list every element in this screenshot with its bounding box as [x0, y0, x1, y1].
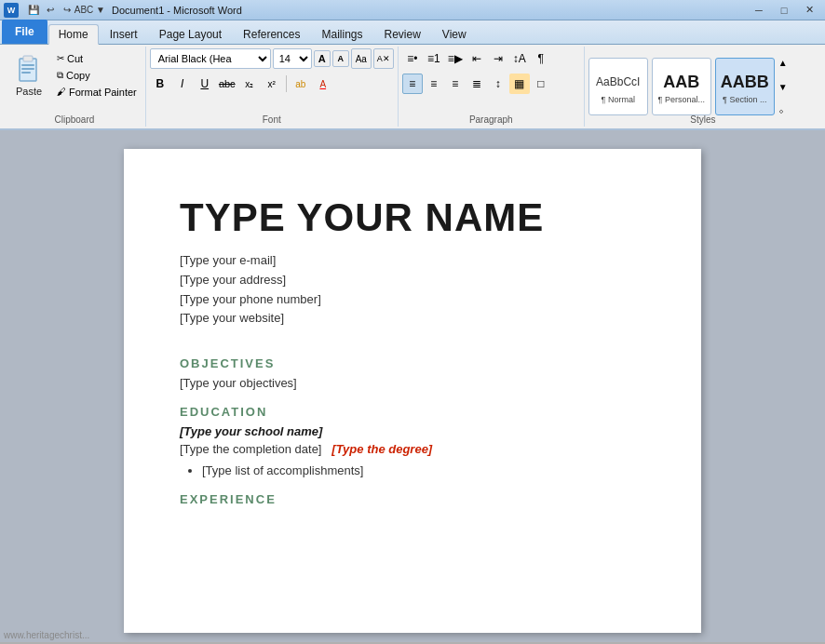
- style-personal[interactable]: AAB ¶ Personal...: [652, 58, 711, 115]
- resume-contact: [Type your e-mail] [Type your address] […: [180, 251, 645, 329]
- save-qa-button[interactable]: 💾: [26, 3, 41, 18]
- format-painter-label: Format Painter: [69, 87, 137, 98]
- contact-website: [Type your website]: [180, 309, 645, 329]
- styles-down-button[interactable]: ▼: [778, 82, 788, 92]
- copy-button[interactable]: ⧉ Copy: [52, 67, 142, 83]
- bullets-button[interactable]: ≡•: [402, 48, 423, 69]
- style-personal-preview: AAB: [663, 69, 699, 95]
- cut-icon: ✂: [57, 53, 64, 63]
- objectives-title: OBJECTIVES: [180, 356, 645, 370]
- sort-button[interactable]: ↕A: [509, 48, 530, 69]
- clear-formatting-button[interactable]: A✕: [373, 48, 394, 69]
- line-spacing-button[interactable]: ↕: [488, 74, 508, 94]
- bold-button[interactable]: B: [150, 74, 170, 94]
- font-color-button[interactable]: A: [313, 74, 333, 94]
- copy-label: Copy: [66, 70, 90, 81]
- borders-button[interactable]: □: [531, 74, 551, 94]
- undo-qa-button[interactable]: ↩: [43, 3, 58, 18]
- numbering-button[interactable]: ≡1: [424, 48, 444, 69]
- format-painter-icon: 🖌: [57, 87, 66, 97]
- text-highlight-button[interactable]: ab: [291, 74, 311, 94]
- tab-insert[interactable]: Insert: [100, 23, 148, 44]
- tab-home[interactable]: Home: [48, 24, 99, 45]
- font-divider: [286, 75, 287, 92]
- maximize-button[interactable]: □: [772, 2, 796, 19]
- decrease-font-size-button[interactable]: A: [332, 50, 349, 67]
- quick-access-toolbar: 💾 ↩ ↪ ABC ▼: [26, 3, 108, 18]
- tab-references[interactable]: References: [233, 23, 310, 44]
- font-group: Arial Black (Hea 14 A A Aa A✕ B I U abc …: [146, 47, 399, 127]
- degree-text: [Type the degree]: [331, 442, 432, 456]
- cut-button[interactable]: ✂ Cut: [52, 50, 142, 66]
- font-label: Font: [146, 114, 398, 125]
- style-personal-label: ¶ Personal...: [658, 95, 705, 104]
- align-left-button[interactable]: ≡: [402, 74, 423, 94]
- paragraph-label: Paragraph: [399, 114, 584, 125]
- tab-view[interactable]: View: [432, 23, 477, 44]
- window-title: Document1 - Microsoft Word: [112, 5, 242, 16]
- accomplishments-list: [Type list of accomplishments]: [202, 463, 645, 477]
- tab-file[interactable]: File: [2, 20, 47, 44]
- tab-mailings[interactable]: Mailings: [311, 23, 372, 44]
- italic-button[interactable]: I: [172, 74, 193, 94]
- cut-label: Cut: [67, 53, 83, 64]
- styles-label: Styles: [585, 114, 821, 125]
- minimize-button[interactable]: ─: [747, 2, 771, 19]
- ribbon-tabs: File Home Insert Page Layout References …: [0, 20, 825, 45]
- spelling-qa-button[interactable]: ABC: [76, 3, 91, 18]
- styles-up-button[interactable]: ▲: [778, 58, 788, 68]
- shading-button[interactable]: ▦: [509, 74, 530, 94]
- align-center-button[interactable]: ≡: [424, 74, 444, 94]
- decrease-indent-button[interactable]: ⇤: [467, 48, 487, 69]
- paste-label: Paste: [16, 86, 42, 97]
- underline-button[interactable]: U: [195, 74, 215, 94]
- increase-indent-button[interactable]: ⇥: [488, 48, 508, 69]
- clipboard-label: Clipboard: [4, 114, 145, 125]
- increase-font-size-button[interactable]: A: [314, 50, 331, 67]
- paragraph-group: ≡• ≡1 ≡▶ ⇤ ⇥ ↕A ¶ ≡ ≡ ≡ ≣ ↕ ▦ □ Paragrap…: [399, 47, 585, 127]
- subscript-button[interactable]: x₂: [239, 74, 260, 94]
- completion-date: [Type the completion date]: [180, 442, 321, 456]
- document-page[interactable]: TYPE YOUR NAME [Type your e-mail] [Type …: [124, 149, 701, 633]
- change-case-button[interactable]: Aa: [351, 48, 372, 69]
- style-normal-preview: AaBbCcI: [596, 69, 640, 95]
- watermark: www.heritagechrist...: [4, 630, 89, 640]
- paste-icon: [15, 54, 43, 86]
- objectives-content: [Type your objectives]: [180, 376, 645, 390]
- copy-icon: ⧉: [57, 70, 63, 81]
- svg-rect-3: [21, 68, 34, 70]
- show-hide-button[interactable]: ¶: [531, 48, 551, 69]
- resume-name: TYPE YOUR NAME: [180, 195, 645, 240]
- style-normal-label: ¶ Normal: [602, 95, 635, 104]
- font-family-select[interactable]: Arial Black (Hea: [150, 48, 271, 69]
- superscript-button[interactable]: x²: [262, 74, 282, 94]
- ribbon: Paste ✂ Cut ⧉ Copy 🖌 Format Painter: [0, 45, 825, 130]
- font-size-select[interactable]: 14: [273, 48, 312, 69]
- experience-title: EXPERIENCE: [180, 492, 645, 506]
- style-normal[interactable]: AaBbCcI ¶ Normal: [588, 58, 648, 115]
- justify-button[interactable]: ≣: [467, 74, 487, 94]
- svg-rect-2: [21, 64, 34, 66]
- style-section-preview: AABB: [721, 69, 769, 95]
- tab-review[interactable]: Review: [373, 23, 430, 44]
- strikethrough-button[interactable]: abc: [217, 74, 237, 94]
- clipboard-group: Paste ✂ Cut ⧉ Copy 🖌 Format Painter: [4, 47, 146, 127]
- format-painter-button[interactable]: 🖌 Format Painter: [52, 84, 142, 100]
- contact-phone: [Type your phone number]: [180, 290, 645, 310]
- education-title: EDUCATION: [180, 405, 645, 419]
- degree-line: [Type the completion date] [Type the deg…: [180, 442, 645, 456]
- styles-group: AaBbCcI ¶ Normal AAB ¶ Personal... AABB …: [585, 47, 821, 127]
- redo-qa-button[interactable]: ↪: [60, 3, 74, 18]
- title-bar: W 💾 ↩ ↪ ABC ▼ Document1 - Microsoft Word…: [0, 0, 825, 20]
- multilevel-button[interactable]: ≡▶: [445, 48, 466, 69]
- paste-button[interactable]: Paste: [7, 48, 50, 102]
- accomplishment-item: [Type list of accomplishments]: [202, 463, 645, 477]
- school-name: [Type your school name]: [180, 424, 645, 438]
- svg-rect-4: [21, 72, 31, 74]
- close-button[interactable]: ✕: [797, 2, 821, 19]
- tab-page-layout[interactable]: Page Layout: [149, 23, 232, 44]
- style-section[interactable]: AABB ¶ Section ...: [715, 58, 775, 115]
- styles-scroll[interactable]: ▲ ▼ ⬦: [778, 58, 788, 115]
- qa-dropdown-button[interactable]: ▼: [93, 3, 108, 18]
- align-right-button[interactable]: ≡: [445, 74, 466, 94]
